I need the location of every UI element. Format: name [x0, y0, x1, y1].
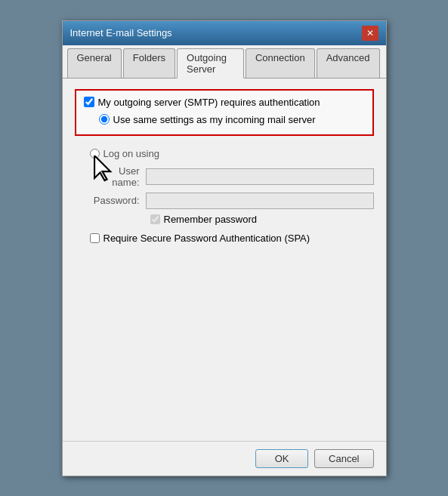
title-bar: Internet E-mail Settings ✕	[63, 21, 386, 45]
button-bar: OK Cancel	[63, 441, 386, 476]
tabs-container: General Folders Outgoing Server Connecti…	[63, 45, 386, 79]
username-label: User name:	[90, 165, 143, 188]
password-input[interactable]	[146, 193, 374, 209]
tab-folders[interactable]: Folders	[123, 48, 175, 78]
use-same-settings-radio[interactable]	[99, 114, 110, 125]
use-same-settings-row: Use same settings as my incoming mail se…	[99, 114, 365, 125]
remember-password-row: Remember password	[150, 214, 374, 225]
log-on-section: Log on using User name: Password: Rememb…	[90, 148, 374, 230]
ok-button[interactable]: OK	[255, 449, 308, 468]
spa-checkbox[interactable]	[90, 233, 100, 243]
log-on-using-row: Log on using	[90, 148, 374, 159]
username-row: User name:	[90, 165, 374, 188]
tab-content: My outgoing server (SMTP) requires authe…	[63, 79, 386, 441]
dialog-window: Internet E-mail Settings ✕ General Folde…	[62, 20, 387, 476]
log-on-using-radio[interactable]	[90, 149, 100, 159]
username-input[interactable]	[146, 168, 374, 185]
smtp-checkbox-row: My outgoing server (SMTP) requires authe…	[84, 97, 365, 108]
log-on-using-label: Log on using	[104, 148, 159, 159]
password-label: Password:	[90, 195, 143, 206]
password-row: Password:	[90, 193, 374, 209]
close-button[interactable]: ✕	[362, 26, 378, 41]
cancel-button[interactable]: Cancel	[314, 449, 373, 468]
remember-password-checkbox[interactable]	[150, 214, 160, 224]
tab-general[interactable]: General	[67, 48, 122, 78]
smtp-auth-checkbox[interactable]	[84, 97, 94, 107]
dialog-title: Internet E-mail Settings	[70, 27, 172, 39]
tab-advanced[interactable]: Advanced	[317, 48, 380, 78]
use-same-settings-label: Use same settings as my incoming mail se…	[113, 114, 316, 125]
smtp-auth-label: My outgoing server (SMTP) requires authe…	[98, 97, 320, 108]
tab-outgoing-server[interactable]: Outgoing Server	[177, 48, 244, 79]
spa-label: Require Secure Password Authentication (…	[104, 233, 311, 244]
tab-connection[interactable]: Connection	[246, 48, 315, 78]
smtp-auth-section: My outgoing server (SMTP) requires authe…	[75, 89, 374, 136]
remember-password-label: Remember password	[164, 214, 258, 225]
spa-row: Require Secure Password Authentication (…	[90, 233, 374, 244]
